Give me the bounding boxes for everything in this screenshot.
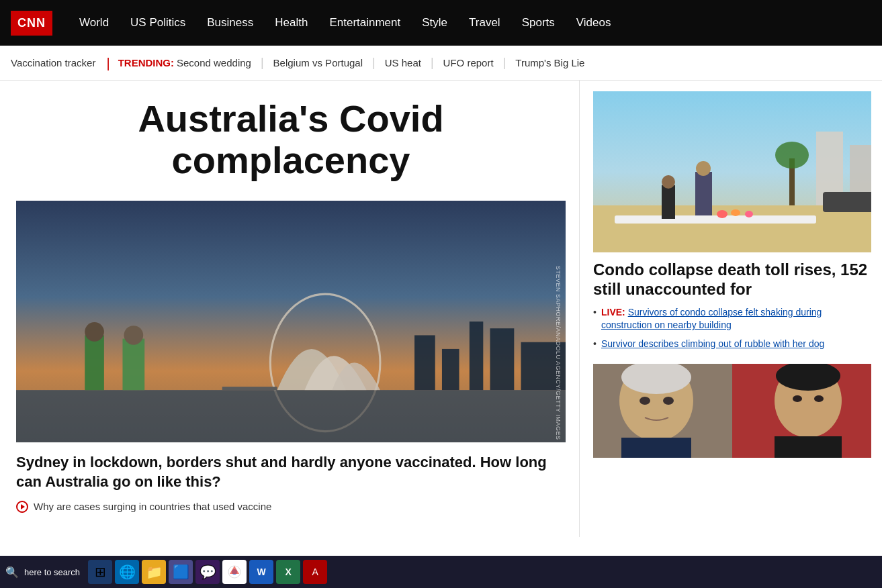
svg-rect-5: [470, 322, 483, 390]
svg-rect-11: [122, 339, 144, 391]
trend-sep-4: |: [503, 56, 506, 70]
nav-menu: World US Politics Business Health Entert…: [69, 16, 621, 30]
svg-rect-4: [442, 349, 459, 390]
nav-item-style[interactable]: Style: [411, 16, 458, 30]
main-headline[interactable]: Australia's Covid complacency: [16, 91, 566, 187]
nav-item-us-politics[interactable]: US Politics: [120, 16, 196, 30]
trending-item-2[interactable]: US heat: [385, 57, 421, 68]
related-link-text[interactable]: Why are cases surging in countries that …: [34, 499, 271, 513]
play-icon: [16, 501, 28, 513]
nav-item-sports[interactable]: Sports: [511, 16, 566, 30]
main-story-image: STEVEN SAPHORE/ANADOLU AGENCY/GETTY IMAG…: [16, 201, 566, 442]
svg-rect-21: [662, 185, 675, 219]
svg-point-25: [717, 210, 727, 218]
bar-separator: |: [106, 56, 109, 70]
cnn-logo[interactable]: CNN: [11, 11, 52, 36]
political-story-image: [593, 364, 871, 458]
trending-label: TRENDING:: [118, 57, 174, 68]
trend-sep-3: |: [431, 56, 434, 70]
svg-point-38: [793, 395, 802, 402]
svg-point-33: [663, 397, 674, 405]
condo-bullet-2[interactable]: Survivor describes climbing out of rubbl…: [593, 338, 871, 351]
article-subheadline[interactable]: Sydney in lockdown, borders shut and har…: [16, 453, 566, 491]
center-column: Australia's Covid complacency: [0, 81, 580, 537]
svg-point-10: [85, 322, 104, 342]
svg-rect-40: [775, 436, 842, 458]
svg-point-27: [745, 211, 753, 217]
nav-item-videos[interactable]: Videos: [566, 16, 622, 30]
svg-rect-8: [16, 390, 566, 442]
right-column: Condo collapse death toll rises, 152 sti…: [580, 81, 882, 537]
article-related-link[interactable]: Why are cases surging in countries that …: [16, 499, 566, 513]
bullet-2-text[interactable]: Survivor describes climbing out of rubbl…: [601, 338, 824, 349]
bullet-1-text[interactable]: Survivors of condo collapse felt shaking…: [601, 307, 822, 331]
vaccination-tracker-link[interactable]: Vaccination tracker: [11, 57, 95, 68]
nav-item-business[interactable]: Business: [196, 16, 264, 30]
svg-rect-20: [615, 215, 816, 224]
svg-point-22: [662, 175, 675, 189]
nav-item-travel[interactable]: Travel: [458, 16, 511, 30]
svg-point-32: [640, 397, 650, 405]
svg-rect-23: [695, 172, 712, 215]
trending-item-3[interactable]: UFO report: [443, 57, 494, 68]
svg-rect-34: [621, 438, 691, 458]
svg-rect-3: [414, 336, 435, 391]
condo-bullet-1[interactable]: LIVE: Survivors of condo collapse felt s…: [593, 306, 871, 332]
live-badge: LIVE:: [601, 307, 625, 317]
svg-rect-13: [222, 387, 277, 390]
top-navigation: CNN World US Politics Business Health En…: [0, 0, 882, 46]
condo-story-bullets: LIVE: Survivors of condo collapse felt s…: [593, 306, 871, 351]
condo-story-headline[interactable]: Condo collapse death toll rises, 152 sti…: [593, 260, 871, 299]
trending-bar: Vaccination tracker | TRENDING: Second w…: [0, 46, 882, 81]
nav-item-world[interactable]: World: [69, 16, 120, 30]
condo-story-image: [593, 91, 871, 252]
trending-item-0[interactable]: Second wedding: [177, 57, 251, 68]
svg-rect-6: [490, 328, 515, 390]
svg-rect-9: [85, 336, 104, 391]
right-story-political[interactable]: [593, 364, 871, 458]
nav-item-health[interactable]: Health: [264, 16, 318, 30]
svg-point-12: [124, 326, 144, 345]
svg-point-24: [696, 161, 711, 176]
svg-point-18: [775, 142, 809, 168]
nav-item-entertainment[interactable]: Entertainment: [318, 16, 411, 30]
svg-point-26: [731, 209, 740, 216]
svg-rect-28: [823, 192, 871, 212]
trend-sep-1: |: [261, 56, 264, 70]
right-story-condo[interactable]: Condo collapse death toll rises, 152 sti…: [593, 91, 871, 350]
image-credit: STEVEN SAPHORE/ANADOLU AGENCY/GETTY IMAG…: [554, 201, 563, 442]
main-content-area: Australia's Covid complacency: [0, 81, 882, 537]
svg-point-39: [814, 395, 824, 402]
trending-item-1[interactable]: Belgium vs Portugal: [273, 57, 363, 68]
main-story-image-wrap[interactable]: STEVEN SAPHORE/ANADOLU AGENCY/GETTY IMAG…: [16, 201, 566, 442]
trending-item-4[interactable]: Trump's Big Lie: [515, 57, 584, 68]
trend-sep-2: |: [372, 56, 376, 70]
